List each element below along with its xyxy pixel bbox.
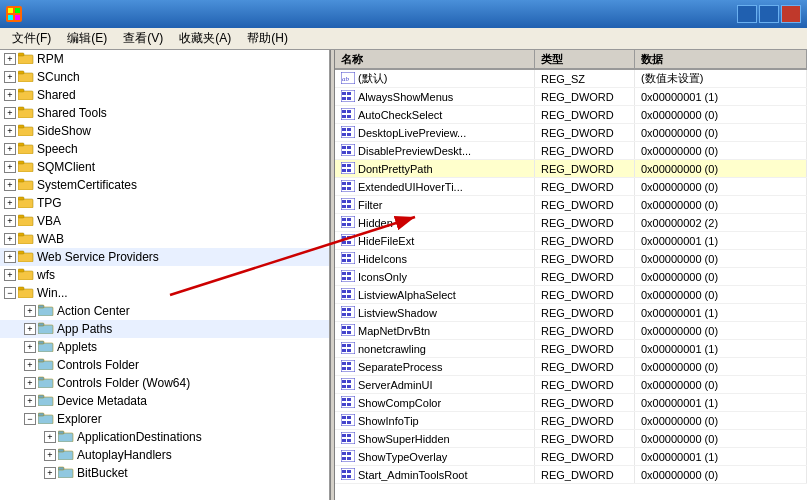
tree-item[interactable]: + RPM (0, 50, 329, 68)
tree-item[interactable]: + Device Metadata (0, 392, 329, 410)
tree-item[interactable]: + SideShow (0, 122, 329, 140)
tree-toggle[interactable]: + (4, 179, 16, 191)
tree-item[interactable]: + Controls Folder (0, 356, 329, 374)
tree-toggle[interactable]: + (44, 431, 56, 443)
table-row[interactable]: IconsOnlyREG_DWORD0x00000000 (0) (335, 268, 807, 286)
tree-toggle[interactable]: + (24, 341, 36, 353)
registry-tree[interactable]: + RPM+ SCunch+ Shared+ Shared Tools+ Sid… (0, 50, 329, 500)
tree-item[interactable]: + ApplicationDestinations (0, 428, 329, 446)
tree-item[interactable]: + SystemCertificates (0, 176, 329, 194)
tree-toggle[interactable]: + (4, 251, 16, 263)
tree-toggle[interactable]: + (44, 449, 56, 461)
tree-toggle[interactable]: + (24, 305, 36, 317)
table-body[interactable]: ab (默认)REG_SZ(数值未设置) AlwaysShowMenusREG_… (335, 70, 807, 500)
tree-item[interactable]: + Speech (0, 140, 329, 158)
table-row[interactable]: ExtendedUIHoverTi...REG_DWORD0x00000000 … (335, 178, 807, 196)
svg-rect-89 (341, 216, 355, 228)
svg-rect-78 (347, 169, 351, 172)
registry-icon (341, 432, 358, 446)
tree-toggle[interactable]: + (24, 359, 36, 371)
table-row[interactable]: nonetcrawlingREG_DWORD0x00000001 (1) (335, 340, 807, 358)
table-row[interactable]: AlwaysShowMenusREG_DWORD0x00000001 (1) (335, 88, 807, 106)
tree-toggle[interactable]: + (4, 161, 16, 173)
svg-rect-118 (347, 313, 351, 316)
registry-icon (341, 360, 358, 374)
maximize-button[interactable] (759, 5, 779, 23)
menu-help[interactable]: 帮助(H) (239, 28, 296, 49)
tree-item[interactable]: − Win... (0, 284, 329, 302)
table-row[interactable]: ShowCompColorREG_DWORD0x00000001 (1) (335, 394, 807, 412)
tree-item[interactable]: + Action Center (0, 302, 329, 320)
table-row[interactable]: ShowSuperHiddenREG_DWORD0x00000000 (0) (335, 430, 807, 448)
table-row[interactable]: DisablePreviewDeskt...REG_DWORD0x0000000… (335, 142, 807, 160)
tree-toggle[interactable]: + (4, 143, 16, 155)
table-row[interactable]: HideIconsREG_DWORD0x00000000 (0) (335, 250, 807, 268)
table-row[interactable]: ServerAdminUIREG_DWORD0x00000000 (0) (335, 376, 807, 394)
close-button[interactable] (781, 5, 801, 23)
tree-toggle[interactable]: + (44, 467, 56, 479)
tree-toggle[interactable]: + (4, 53, 16, 65)
menu-view[interactable]: 查看(V) (115, 28, 171, 49)
tree-item[interactable]: + SCunch (0, 68, 329, 86)
tree-toggle[interactable]: + (4, 197, 16, 209)
tree-toggle[interactable]: + (24, 323, 36, 335)
tree-item[interactable]: + Shared Tools (0, 104, 329, 122)
tree-item-label: ApplicationDestinations (77, 430, 202, 444)
menu-edit[interactable]: 编辑(E) (59, 28, 115, 49)
tree-item[interactable]: + TPG (0, 194, 329, 212)
registry-icon: ab (341, 72, 358, 86)
tree-item[interactable]: + Controls Folder (Wow64) (0, 374, 329, 392)
tree-toggle[interactable]: + (4, 71, 16, 83)
table-row[interactable]: ShowTypeOverlayREG_DWORD0x00000001 (1) (335, 448, 807, 466)
table-row[interactable]: ListviewShadowREG_DWORD0x00000001 (1) (335, 304, 807, 322)
table-row[interactable]: MapNetDrvBtnREG_DWORD0x00000000 (0) (335, 322, 807, 340)
svg-rect-43 (38, 395, 44, 398)
table-row[interactable]: DontPrettyPathREG_DWORD0x00000000 (0) (335, 160, 807, 178)
menu-favorites[interactable]: 收藏夹(A) (171, 28, 239, 49)
tree-item[interactable]: + Web Service Providers (0, 248, 329, 266)
minimize-button[interactable] (737, 5, 757, 23)
table-row[interactable]: HiddenREG_DWORD0x00000002 (2) (335, 214, 807, 232)
svg-rect-163 (347, 475, 351, 478)
table-row[interactable]: Start_AdminToolsRootREG_DWORD0x00000000 … (335, 466, 807, 484)
table-row[interactable]: ab (默认)REG_SZ(数值未设置) (335, 70, 807, 88)
tree-item[interactable]: + wfs (0, 266, 329, 284)
tree-item[interactable]: + WAB (0, 230, 329, 248)
tree-item[interactable]: + Shared (0, 86, 329, 104)
tree-item[interactable]: + App Paths (0, 320, 329, 338)
tree-item[interactable]: + VBA (0, 212, 329, 230)
registry-icon (341, 378, 358, 392)
cell-name: ListviewShadow (335, 304, 535, 321)
tree-toggle[interactable]: − (4, 287, 16, 299)
tree-toggle[interactable]: + (24, 395, 36, 407)
tree-toggle[interactable]: + (24, 377, 36, 389)
table-row[interactable]: AutoCheckSelectREG_DWORD0x00000000 (0) (335, 106, 807, 124)
tree-toggle[interactable]: + (4, 89, 16, 101)
svg-rect-112 (342, 295, 346, 298)
table-row[interactable]: ListviewAlphaSelectREG_DWORD0x00000000 (… (335, 286, 807, 304)
cell-name-text: MapNetDrvBtn (358, 325, 430, 337)
tree-item[interactable]: + Applets (0, 338, 329, 356)
svg-rect-96 (347, 236, 351, 239)
svg-rect-103 (347, 259, 351, 262)
table-row[interactable]: HideFileExtREG_DWORD0x00000001 (1) (335, 232, 807, 250)
cell-name: nonetcrawling (335, 340, 535, 357)
svg-rect-134 (341, 378, 355, 390)
tree-toggle[interactable]: + (4, 107, 16, 119)
table-row[interactable]: ShowInfoTipREG_DWORD0x00000000 (0) (335, 412, 807, 430)
tree-toggle[interactable]: + (4, 269, 16, 281)
svg-rect-70 (342, 146, 346, 149)
table-row[interactable]: SeparateProcessREG_DWORD0x00000000 (0) (335, 358, 807, 376)
registry-tree-panel: + RPM+ SCunch+ Shared+ Shared Tools+ Sid… (0, 50, 330, 500)
tree-toggle[interactable]: − (24, 413, 36, 425)
tree-item[interactable]: + AutoplayHandlers (0, 446, 329, 464)
tree-toggle[interactable]: + (4, 233, 16, 245)
tree-toggle[interactable]: + (4, 215, 16, 227)
tree-toggle[interactable]: + (4, 125, 16, 137)
table-row[interactable]: DesktopLivePreview...REG_DWORD0x00000000… (335, 124, 807, 142)
tree-item[interactable]: + BitBucket (0, 464, 329, 482)
table-row[interactable]: FilterREG_DWORD0x00000000 (0) (335, 196, 807, 214)
tree-item[interactable]: + SQMClient (0, 158, 329, 176)
menu-file[interactable]: 文件(F) (4, 28, 59, 49)
tree-item[interactable]: − Explorer (0, 410, 329, 428)
